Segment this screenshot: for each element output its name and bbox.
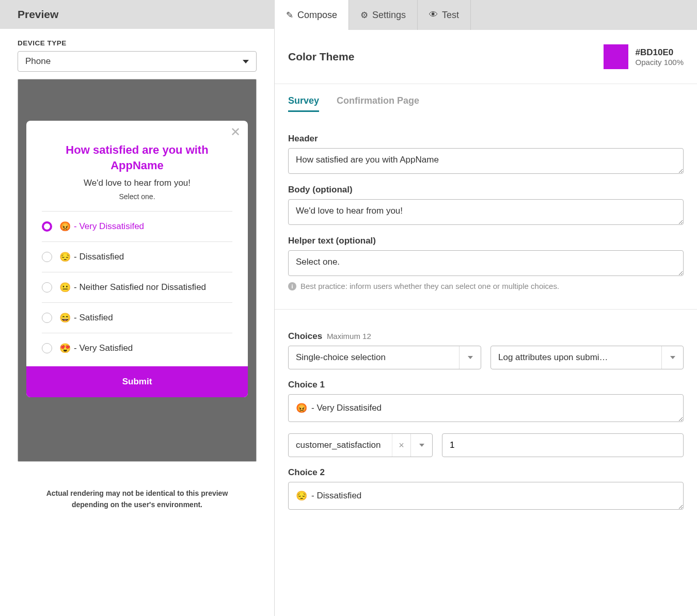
survey-options: 😡- Very Dissatisifed😔- Dissatisfied😐- Ne… (26, 206, 248, 363)
tab-settings[interactable]: ⚙Settings (349, 0, 418, 30)
chevron-down-icon (661, 346, 683, 369)
survey-form-section: Header Body (optional) Helper text (opti… (275, 112, 697, 296)
choice-attr-row: customer_satisfaction× (288, 433, 684, 457)
color-theme-label: Color Theme (288, 51, 354, 63)
body-input[interactable] (288, 199, 684, 225)
info-icon: i (288, 282, 296, 290)
emoji-icon: 😔 (296, 490, 307, 501)
top-tabs: ✎Compose⚙Settings👁Test (275, 0, 697, 30)
helper-hint-text: Best practice: inform users whether they… (300, 282, 559, 290)
close-icon[interactable]: ✕ (230, 126, 241, 138)
selection-type-value: Single-choice selection (289, 352, 459, 363)
selection-type-select[interactable]: Single-choice selection (288, 346, 481, 369)
tab-label: Test (442, 10, 459, 21)
radio-icon (42, 313, 52, 323)
choice-text-input[interactable]: 😔- Dissatisfied (288, 482, 684, 510)
device-type-select[interactable]: Phone (18, 51, 257, 72)
survey-option[interactable]: 😡- Very Dissatisifed (42, 211, 232, 241)
preview-note: Actual rendering may not be identical to… (18, 488, 257, 511)
color-hex: #BD10E0 (636, 47, 684, 58)
chevron-down-icon (410, 434, 432, 457)
survey-option[interactable]: 😔- Dissatisfied (42, 241, 232, 272)
choice-attr-value: customer_satisfaction (289, 434, 392, 457)
option-label: 😍- Very Satisfied (59, 343, 133, 354)
preview-title: Preview (18, 8, 257, 21)
helper-input[interactable] (288, 250, 684, 276)
tab-compose[interactable]: ✎Compose (275, 0, 349, 30)
survey-option[interactable]: 😍- Very Satisfied (42, 333, 232, 363)
emoji-icon: 😍 (59, 343, 71, 354)
helper-label: Helper text (optional) (288, 236, 684, 246)
radio-icon (42, 252, 52, 262)
preview-header: Preview (0, 0, 274, 29)
tab-test[interactable]: 👁Test (418, 0, 471, 30)
gear-icon: ⚙ (360, 10, 368, 21)
option-label: 😄- Satisfied (59, 312, 113, 323)
choice-label: Choice 1 (288, 380, 684, 390)
choice-value-input[interactable] (442, 433, 684, 457)
survey-card: ✕ How satisfied are you with AppName We'… (26, 121, 248, 397)
choice-block: Choice 2😔- Dissatisfied (288, 467, 684, 510)
tab-label: Settings (372, 10, 406, 21)
submit-button[interactable]: Submit (26, 366, 248, 397)
sub-tabs: SurveyConfirmation Page (275, 84, 697, 112)
pencil-icon: ✎ (286, 10, 293, 21)
emoji-icon: 😡 (59, 221, 71, 232)
editor-panel: ✎Compose⚙Settings👁Test Color Theme #BD10… (274, 0, 697, 616)
survey-title: How satisfied are you with AppName (42, 142, 232, 173)
choices-label: Choices Maximum 12 (288, 331, 684, 342)
body-label: Body (optional) (288, 185, 684, 195)
emoji-icon: 😐 (59, 282, 71, 293)
emoji-icon: 😔 (59, 251, 71, 263)
color-swatch[interactable] (604, 44, 628, 69)
emoji-icon: 😄 (59, 312, 71, 323)
clear-icon[interactable]: × (392, 434, 410, 457)
subtab-confirmation-page[interactable]: Confirmation Page (337, 95, 419, 112)
option-label: 😐- Neither Satisfied nor Dissatisfied (59, 282, 206, 293)
emoji-icon: 😡 (296, 402, 307, 414)
phone-preview-frame: ✕ How satisfied are you with AppName We'… (18, 79, 257, 462)
option-label: 😡- Very Dissatisifed (59, 221, 144, 232)
helper-hint: i Best practice: inform users whether th… (288, 282, 684, 290)
logging-select[interactable]: Log attributes upon submi… (490, 346, 684, 369)
radio-icon (42, 343, 52, 353)
survey-option[interactable]: 😐- Neither Satisfied nor Dissatisfied (42, 272, 232, 302)
eye-icon: 👁 (429, 10, 438, 20)
logging-value: Log attributes upon submi… (491, 352, 661, 363)
choices-max-note: Maximum 12 (327, 332, 371, 341)
choices-label-text: Choices (288, 331, 322, 341)
preview-panel: Preview DEVICE TYPE Phone ✕ How satisfie… (0, 0, 274, 616)
choice-label: Choice 2 (288, 467, 684, 478)
radio-icon (42, 282, 52, 293)
device-type-value: Phone (25, 56, 51, 67)
survey-helper: Select one. (42, 192, 232, 201)
choice-text-input[interactable]: 😡- Very Dissatisifed (288, 394, 684, 422)
color-opacity: Opacity 100% (636, 58, 684, 67)
option-label: 😔- Dissatisfied (59, 251, 124, 263)
header-input[interactable] (288, 148, 684, 174)
header-label: Header (288, 134, 684, 144)
tab-label: Compose (297, 10, 337, 21)
subtab-survey[interactable]: Survey (288, 95, 319, 112)
caret-down-icon (243, 60, 249, 63)
choice-block: Choice 1😡- Very Dissatisifedcustomer_sat… (288, 380, 684, 457)
chevron-down-icon (459, 346, 481, 369)
device-type-label: DEVICE TYPE (18, 39, 257, 47)
radio-icon (42, 221, 52, 232)
color-theme-row: Color Theme #BD10E0 Opacity 100% (275, 30, 697, 84)
choice-attr-select[interactable]: customer_satisfaction× (288, 433, 433, 457)
survey-option[interactable]: 😄- Satisfied (42, 302, 232, 333)
survey-body: We'd love to hear from you! (42, 178, 232, 188)
choices-section: Choices Maximum 12 Single-choice selecti… (275, 310, 697, 515)
